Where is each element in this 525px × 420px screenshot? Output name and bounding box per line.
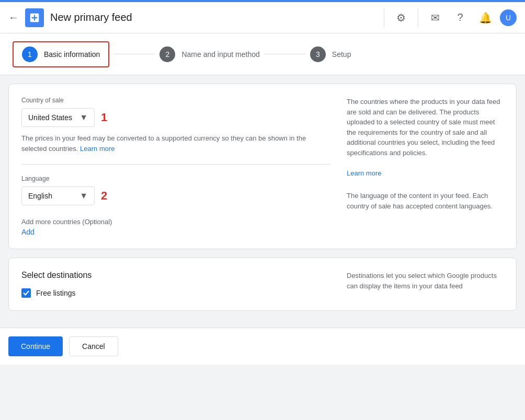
basic-info-card: Country of sale United States ▼ 1 The pr… — [8, 84, 517, 249]
language-dropdown-arrow: ▼ — [79, 191, 88, 201]
country-learn-more-link[interactable]: Learn more — [80, 145, 115, 153]
steps-bar: 1 Basic information 2 Name and input met… — [0, 33, 525, 75]
country-label: Country of sale — [21, 97, 330, 104]
country-field-row: United States ▼ 1 — [21, 108, 330, 127]
notifications-icon[interactable]: 🔔 — [475, 7, 496, 28]
language-step-number: 2 — [101, 189, 107, 203]
destinations-right-info: Destinations let you select which Google… — [347, 271, 504, 291]
step-3-circle: 3 — [310, 46, 326, 62]
footer: Continue Cancel — [0, 328, 525, 365]
destinations-title: Select destinations — [21, 271, 330, 280]
mail-icon[interactable]: ✉ — [425, 7, 446, 28]
step-2-circle: 2 — [159, 46, 175, 62]
step-connector-2 — [264, 54, 306, 54]
step-1-wrapper[interactable]: 1 Basic information — [13, 41, 109, 67]
language-right-info-block: The language of the content in your feed… — [347, 191, 504, 211]
settings-icon[interactable]: ⚙ — [391, 7, 412, 28]
destinations-card: Select destinations Free listings Destin… — [8, 258, 517, 311]
country-field: Country of sale United States ▼ 1 The pr… — [21, 97, 330, 154]
step-1: 1 Basic information — [22, 46, 100, 62]
divider-1 — [21, 164, 330, 165]
step-2-label: Name and input method — [181, 50, 259, 59]
separator2 — [418, 8, 418, 27]
step-2-wrapper[interactable]: 2 Name and input method — [159, 46, 259, 62]
country-select[interactable]: United States ▼ — [21, 108, 95, 127]
step-3: 3 Setup — [310, 46, 351, 62]
country-dropdown-arrow: ▼ — [79, 113, 88, 122]
destinations-left: Select destinations Free listings — [21, 271, 330, 298]
cancel-button[interactable]: Cancel — [69, 336, 118, 356]
step-2: 2 Name and input method — [159, 46, 259, 62]
add-countries-link[interactable]: Add — [21, 228, 35, 236]
country-step-number: 1 — [101, 111, 107, 124]
step-3-wrapper[interactable]: 3 Setup — [310, 46, 351, 62]
country-right-info: The countries where the products in your… — [347, 97, 504, 158]
free-listings-label: Free listings — [36, 289, 75, 297]
continue-button[interactable]: Continue — [8, 336, 63, 356]
header: ← New primary feed ⚙ ✉ ? 🔔 U — [0, 0, 525, 33]
avatar[interactable]: U — [500, 9, 517, 26]
country-selected-value: United States — [28, 113, 72, 122]
step-connector-1 — [113, 54, 155, 54]
free-listings-row: Free listings — [21, 288, 330, 298]
step-1-circle: 1 — [22, 46, 38, 62]
language-selected-value: English — [28, 192, 52, 200]
header-icons: ⚙ ✉ ? 🔔 U — [382, 7, 517, 28]
optional-label: Add more countries (Optional) — [21, 218, 330, 226]
destinations-right: Destinations let you select which Google… — [347, 271, 504, 298]
back-button[interactable]: ← — [8, 11, 19, 24]
language-field: Language English ▼ 2 — [21, 175, 330, 205]
language-right-info: The language of the content in your feed… — [347, 191, 504, 211]
step-3-label: Setup — [332, 50, 351, 59]
language-select[interactable]: English ▼ — [21, 186, 95, 205]
language-field-row: English ▼ 2 — [21, 186, 330, 205]
destinations-inner: Select destinations Free listings Destin… — [21, 271, 504, 298]
main-content: Country of sale United States ▼ 1 The pr… — [0, 75, 525, 328]
help-icon[interactable]: ? — [450, 7, 471, 28]
app-logo — [25, 8, 44, 27]
step-1-label: Basic information — [44, 50, 100, 59]
basic-info-inner: Country of sale United States ▼ 1 The pr… — [21, 97, 504, 236]
optional-section: Add more countries (Optional) Add — [21, 218, 330, 236]
country-right-learn-more[interactable]: Learn more — [347, 169, 381, 177]
separator — [384, 8, 384, 27]
page-title: New primary feed — [50, 11, 382, 24]
language-label: Language — [21, 175, 330, 182]
basic-info-right: The countries where the products in your… — [347, 97, 504, 236]
free-listings-checkbox[interactable] — [21, 288, 31, 298]
country-info-text: The prices in your feed may be converted… — [21, 133, 330, 154]
basic-info-left: Country of sale United States ▼ 1 The pr… — [21, 97, 330, 236]
